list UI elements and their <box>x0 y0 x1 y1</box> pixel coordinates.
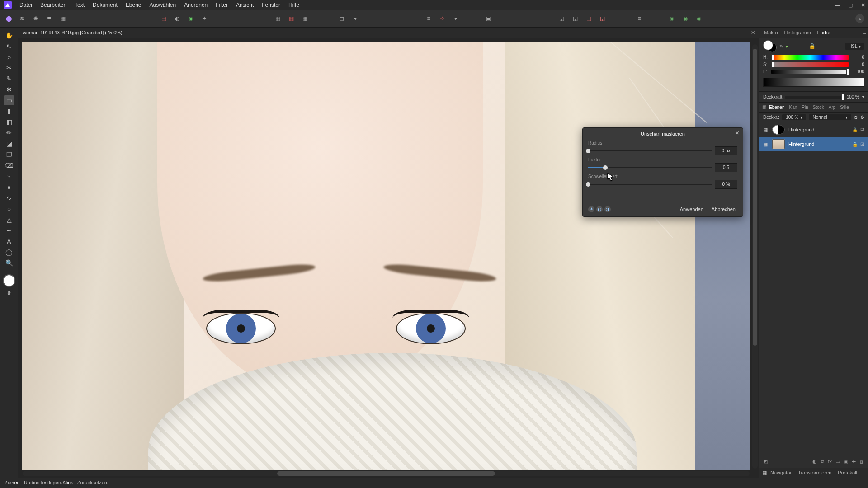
opacity-slider[interactable] <box>785 96 844 99</box>
gradient-preview[interactable] <box>763 78 864 87</box>
vertical-scrollbar[interactable] <box>752 44 758 469</box>
snap-icon[interactable]: ◉ <box>667 14 677 23</box>
selection-grid-icon[interactable]: ▦ <box>273 14 283 23</box>
tab-protokoll[interactable]: Protokoll <box>835 469 860 476</box>
menu-ansicht[interactable]: Ansicht <box>232 0 258 9</box>
selection-clear-icon[interactable]: ▦ <box>286 14 296 23</box>
clone-tool-icon[interactable]: ❐ <box>4 150 14 160</box>
autocontrast-icon[interactable]: ◐ <box>172 14 182 23</box>
studio-menu-icon[interactable]: ≡ <box>863 30 866 35</box>
zoom-tool-icon[interactable]: 🔍 <box>4 258 14 268</box>
persona-photo-icon[interactable]: ⬤ <box>4 14 14 23</box>
visibility-icon[interactable]: ▦ <box>763 127 769 132</box>
tab-arp[interactable]: Arp <box>827 104 838 110</box>
before-after-icon[interactable]: ◐ <box>596 206 603 212</box>
text-tool-icon[interactable]: A <box>4 236 14 246</box>
pen-tool-icon[interactable]: ✒ <box>4 225 14 235</box>
sharpen-tool-icon[interactable]: △ <box>4 215 14 225</box>
menu-filter[interactable]: Filter <box>212 0 232 9</box>
tab-makro[interactable]: Makro <box>761 29 781 36</box>
selection-brush-tool-icon[interactable]: ✎ <box>4 74 14 84</box>
color-picker-tool-icon[interactable]: ⌕ <box>4 52 14 62</box>
tab-pin[interactable]: Pin <box>800 104 810 110</box>
arrange-forward-icon[interactable]: ◲ <box>584 14 594 23</box>
sat-value[interactable]: 0 <box>852 62 864 67</box>
hand-tool-icon[interactable]: ✋ <box>4 30 14 40</box>
marquee-tool-icon[interactable]: ▭ <box>4 95 14 105</box>
radius-value[interactable]: 0 px <box>715 146 737 155</box>
tab-stile[interactable]: Stile <box>838 104 850 110</box>
quickfx-dropdown-icon[interactable]: ▾ <box>451 14 461 23</box>
align-icon[interactable]: ≡ <box>424 14 434 23</box>
radius-slider[interactable] <box>588 148 712 154</box>
menu-dokument[interactable]: Dokument <box>89 0 122 9</box>
layer-gear-icon[interactable]: ⚙ <box>860 115 864 120</box>
split-view-icon[interactable]: ◑ <box>604 206 611 212</box>
layer-opacity-field[interactable]: 100 %▾ <box>782 114 806 120</box>
persona-develop-icon[interactable]: ✺ <box>31 14 41 23</box>
menu-hilfe[interactable]: Hilfe <box>284 0 303 9</box>
flood-fill-tool-icon[interactable]: ▮ <box>4 106 14 116</box>
menu-bearbeiten[interactable]: Bearbeiten <box>36 0 71 9</box>
dialog-close-icon[interactable]: ✕ <box>735 130 739 136</box>
tab-navigator[interactable]: Navigator <box>768 469 794 476</box>
tab-ebenen[interactable]: Ebenen <box>767 104 786 110</box>
smudge-tool-icon[interactable]: ∿ <box>4 193 14 203</box>
blur-tool-icon[interactable]: ○ <box>4 204 14 214</box>
color-lock-icon[interactable]: 🔒 <box>809 43 816 49</box>
visibility-icon[interactable]: ▦ <box>763 141 769 147</box>
lig-slider[interactable] <box>771 70 849 74</box>
distribute-icon[interactable]: ≡ <box>634 14 644 23</box>
mask-icon[interactable]: ◩ <box>763 459 768 465</box>
menu-ebene[interactable]: Ebene <box>122 0 146 9</box>
fg-bg-swatches[interactable] <box>763 40 777 52</box>
apply-button[interactable]: Anwenden <box>678 206 705 213</box>
arrange-back-icon[interactable]: ◱ <box>557 14 566 23</box>
hue-value[interactable]: 0 <box>852 55 864 60</box>
add-swatch-icon[interactable]: ● <box>785 44 788 49</box>
lock-icon[interactable]: 🔒 <box>852 142 858 147</box>
opacity-dropdown-icon[interactable]: ▾ <box>862 94 864 99</box>
layer-fx-icon[interactable]: ✿ <box>854 115 858 120</box>
crop-tool-icon[interactable]: ✂ <box>4 63 14 73</box>
flood-select-tool-icon[interactable]: ✱ <box>4 84 14 94</box>
menu-anordnen[interactable]: Anordnen <box>180 0 212 9</box>
quickfx-icon[interactable]: ✧ <box>437 14 447 23</box>
tab-stock[interactable]: Stock <box>811 104 826 110</box>
burn-tool-icon[interactable]: ● <box>4 182 14 192</box>
bottom-checker-icon[interactable]: ▦ <box>762 470 767 476</box>
color-mode-select[interactable]: HSL ▾ <box>845 43 864 50</box>
eyedropper-icon[interactable]: ✎ <box>779 44 783 49</box>
canvas-image[interactable] <box>22 42 750 470</box>
gradient-tool-icon[interactable]: ◧ <box>4 117 14 127</box>
lig-value[interactable]: 100 <box>852 69 864 74</box>
layer-row[interactable]: ▦ Hintergrund 🔒☑ <box>760 122 868 137</box>
account-icon[interactable]: ▲ <box>855 14 864 23</box>
menu-auswaehlen[interactable]: Auswählen <box>145 0 180 9</box>
add-live-icon[interactable]: ⧉ <box>821 459 824 465</box>
autolevels-icon[interactable]: ▤ <box>159 14 169 23</box>
threshold-value[interactable]: 0 % <box>715 180 737 189</box>
close-icon[interactable]: ✕ <box>861 2 865 8</box>
autowb-icon[interactable]: ✦ <box>199 14 209 23</box>
dodge-tool-icon[interactable]: ☼ <box>4 171 14 181</box>
add-adjust-icon[interactable]: ◐ <box>812 459 817 465</box>
lock-icon[interactable]: 🔒 <box>852 127 858 132</box>
add-mask-icon[interactable]: ▭ <box>835 459 840 465</box>
menu-text[interactable]: Text <box>71 0 89 9</box>
erase-tool-icon[interactable]: ◪ <box>4 139 14 149</box>
check-icon[interactable]: ☑ <box>860 142 864 147</box>
group-icon[interactable]: ▣ <box>844 459 848 465</box>
selection-add-icon[interactable]: ▦ <box>300 14 310 23</box>
camera-icon[interactable]: ▣ <box>483 14 493 23</box>
layer-checker-icon[interactable]: ▦ <box>762 104 766 110</box>
tab-transformieren[interactable]: Transformieren <box>795 469 834 476</box>
tab-kan[interactable]: Kan <box>787 104 799 110</box>
horizontal-scrollbar[interactable] <box>23 471 750 476</box>
threshold-slider[interactable] <box>588 181 712 188</box>
factor-slider[interactable] <box>588 164 712 171</box>
preview-toggle-icon[interactable]: 👁 <box>588 206 594 212</box>
crop-mode-icon[interactable]: ◻ <box>337 14 347 23</box>
tab-farbe[interactable]: Farbe <box>815 29 833 36</box>
inpaint-tool-icon[interactable]: ⌫ <box>4 160 14 170</box>
